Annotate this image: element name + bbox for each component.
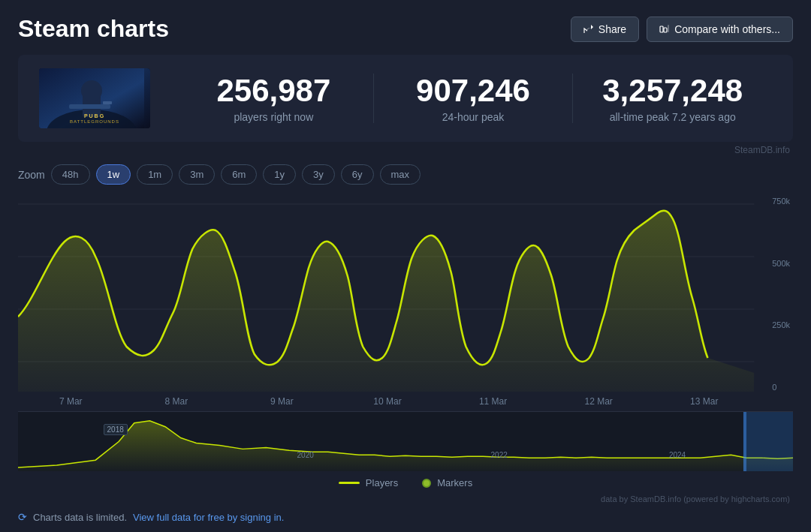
stat-players-now: 256,987 players right now <box>174 74 374 123</box>
zoom-row: Zoom 48h 1w 1m 3m 6m 1y 3y 6y max <box>18 164 793 185</box>
zoom-1m[interactable]: 1m <box>137 164 173 185</box>
svg-rect-2 <box>668 25 669 32</box>
main-chart-svg <box>18 197 793 392</box>
svg-rect-8 <box>103 101 112 104</box>
stat-number-alltime: 3,257,248 <box>588 74 757 108</box>
x-label-13mar: 13 Mar <box>651 396 757 407</box>
share-icon <box>583 24 594 35</box>
zoom-6y[interactable]: 6y <box>341 164 374 185</box>
zoom-6m[interactable]: 6m <box>221 164 257 185</box>
page-title: Steam charts <box>18 15 169 43</box>
stat-label-peak24: 24-hour peak <box>389 111 558 123</box>
footer-signin-link[interactable]: View full data for free by signing in. <box>133 512 284 523</box>
svg-rect-0 <box>660 26 663 32</box>
game-thumbnail: PUBG BATTLEGROUNDS <box>39 68 150 128</box>
zoom-3y[interactable]: 3y <box>302 164 335 185</box>
zoom-max[interactable]: max <box>380 164 421 185</box>
x-label-10mar: 10 Mar <box>335 396 441 407</box>
legend-markers: Markers <box>422 477 472 488</box>
svg-rect-14 <box>746 412 793 471</box>
x-axis: 7 Mar 8 Mar 9 Mar 10 Mar 11 Mar 12 Mar 1… <box>18 392 793 411</box>
watermark: SteamDB.info <box>18 145 793 155</box>
stats-bar: PUBG BATTLEGROUNDS 256,987 players right… <box>18 55 793 142</box>
x-label-8mar: 8 Mar <box>124 396 230 407</box>
page-container: Steam charts Share Compare with others..… <box>0 0 811 532</box>
mini-chart: 2018 2020 2022 2024 <box>18 411 793 471</box>
legend-line-players <box>339 482 360 484</box>
zoom-1w[interactable]: 1w <box>96 164 131 185</box>
x-label-11mar: 11 Mar <box>440 396 546 407</box>
legend-label-markers: Markers <box>437 477 472 488</box>
svg-rect-15 <box>743 412 746 471</box>
legend-players: Players <box>339 477 398 488</box>
stat-peak-24h: 907,246 24-hour peak <box>374 74 574 123</box>
game-subtitle-small: BATTLEGROUNDS <box>70 119 119 124</box>
chart-wrapper: 750k 500k 250k 0 7 Mar 8 Mar 9 Mar 10 Ma… <box>18 197 793 503</box>
stat-label-alltime: all-time peak 7.2 years ago <box>588 111 757 123</box>
footer-warning-text: Charts data is limited. <box>33 512 127 523</box>
compare-icon <box>659 24 670 35</box>
stat-number-players: 256,987 <box>189 74 358 108</box>
stat-number-peak24: 907,246 <box>389 74 558 108</box>
stat-all-time: 3,257,248 all-time peak 7.2 years ago <box>573 74 772 123</box>
attribution: data by SteamDB.info (powered by highcha… <box>18 491 793 503</box>
legend-row: Players Markers <box>18 471 793 491</box>
zoom-label: Zoom <box>18 169 45 181</box>
game-title-small: PUBG <box>70 113 119 119</box>
zoom-48h[interactable]: 48h <box>51 164 90 185</box>
mini-chart-svg <box>18 412 793 471</box>
svg-point-6 <box>81 80 102 101</box>
x-label-7mar: 7 Mar <box>18 396 124 407</box>
legend-label-players: Players <box>366 477 398 488</box>
share-button[interactable]: Share <box>571 17 639 42</box>
x-label-9mar: 9 Mar <box>229 396 335 407</box>
header-row: Steam charts Share Compare with others..… <box>18 15 793 43</box>
footer: ⟳ Charts data is limited. View full data… <box>18 511 793 523</box>
warning-icon: ⟳ <box>18 511 27 523</box>
svg-rect-7 <box>69 104 110 109</box>
stat-label-players: players right now <box>189 111 358 123</box>
zoom-1y[interactable]: 1y <box>263 164 296 185</box>
zoom-3m[interactable]: 3m <box>179 164 215 185</box>
main-chart: 750k 500k 250k 0 <box>18 197 793 392</box>
x-label-12mar: 12 Mar <box>546 396 652 407</box>
svg-rect-1 <box>664 28 667 32</box>
legend-dot-markers <box>422 479 431 488</box>
header-buttons: Share Compare with others... <box>571 17 793 42</box>
compare-button[interactable]: Compare with others... <box>647 17 793 42</box>
